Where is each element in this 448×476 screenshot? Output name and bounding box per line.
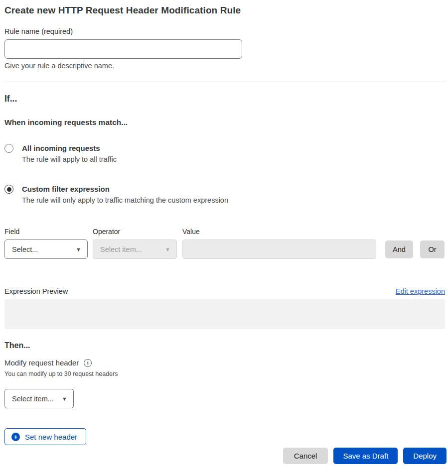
modify-request-header-row: Modify request header i <box>4 358 445 367</box>
modify-header-help: You can modify up to 30 request headers <box>4 370 445 377</box>
and-button[interactable]: And <box>385 240 413 258</box>
radio-all-incoming-requests[interactable]: All incoming requests The rule will appl… <box>4 143 445 163</box>
match-options: All incoming requests The rule will appl… <box>4 143 445 204</box>
radio-label: Custom filter expression <box>22 184 228 194</box>
expression-preview-header: Expression Preview Edit expression <box>4 287 445 295</box>
header-action-select-value: Select item... <box>12 395 54 403</box>
expression-builder-labels: Field Operator Value <box>4 228 445 236</box>
value-input[interactable] <box>182 239 376 259</box>
expression-preview-label: Expression Preview <box>4 287 68 295</box>
rule-name-label: Rule name (required) <box>4 27 445 35</box>
radio-unselected-icon[interactable] <box>4 144 13 153</box>
header-action-select[interactable]: Select item... ▼ <box>4 389 74 408</box>
field-label: Field <box>4 228 93 236</box>
edit-expression-link[interactable]: Edit expression <box>396 287 445 295</box>
expression-preview-box <box>4 299 445 329</box>
radio-selected-icon[interactable] <box>4 185 13 194</box>
chevron-down-icon: ▼ <box>165 246 170 252</box>
field-select[interactable]: Select... ▼ <box>4 239 88 259</box>
operator-select-value: Select item... <box>100 245 142 253</box>
rule-name-input[interactable] <box>4 39 242 59</box>
or-button[interactable]: Or <box>420 240 445 258</box>
radio-label: All incoming requests <box>22 143 117 153</box>
radio-description: The rule will apply to all traffic <box>22 155 117 163</box>
set-new-header-button[interactable]: + Set new header <box>4 428 86 445</box>
then-heading: Then... <box>4 341 445 350</box>
modify-request-header-label: Modify request header <box>4 358 79 367</box>
radio-description: The rule will only apply to traffic matc… <box>22 196 228 204</box>
set-new-header-label: Set new header <box>25 433 77 441</box>
value-label: Value <box>182 228 445 236</box>
footer-actions: Cancel Save as Draft Deploy <box>4 448 447 464</box>
section-divider <box>4 82 445 82</box>
expression-builder-row: Select... ▼ Select item... ▼ And Or <box>4 239 445 259</box>
chevron-down-icon: ▼ <box>62 396 67 402</box>
operator-select[interactable]: Select item... ▼ <box>93 239 177 259</box>
chevron-down-icon: ▼ <box>76 246 81 252</box>
page-title: Create new HTTP Request Header Modificat… <box>4 4 445 16</box>
create-rule-form: Create new HTTP Request Header Modificat… <box>0 4 448 464</box>
plus-circle-icon: + <box>11 433 20 441</box>
rule-name-help: Give your rule a descriptive name. <box>4 62 445 70</box>
radio-custom-filter-expression[interactable]: Custom filter expression The rule will o… <box>4 184 445 204</box>
cancel-button[interactable]: Cancel <box>283 448 328 464</box>
field-select-value: Select... <box>12 245 38 253</box>
save-as-draft-button[interactable]: Save as Draft <box>333 448 398 464</box>
if-heading: If... <box>4 94 445 104</box>
info-icon[interactable]: i <box>84 359 92 367</box>
match-subheading: When incoming requests match... <box>4 118 445 127</box>
deploy-button[interactable]: Deploy <box>403 448 447 464</box>
operator-label: Operator <box>93 228 182 236</box>
